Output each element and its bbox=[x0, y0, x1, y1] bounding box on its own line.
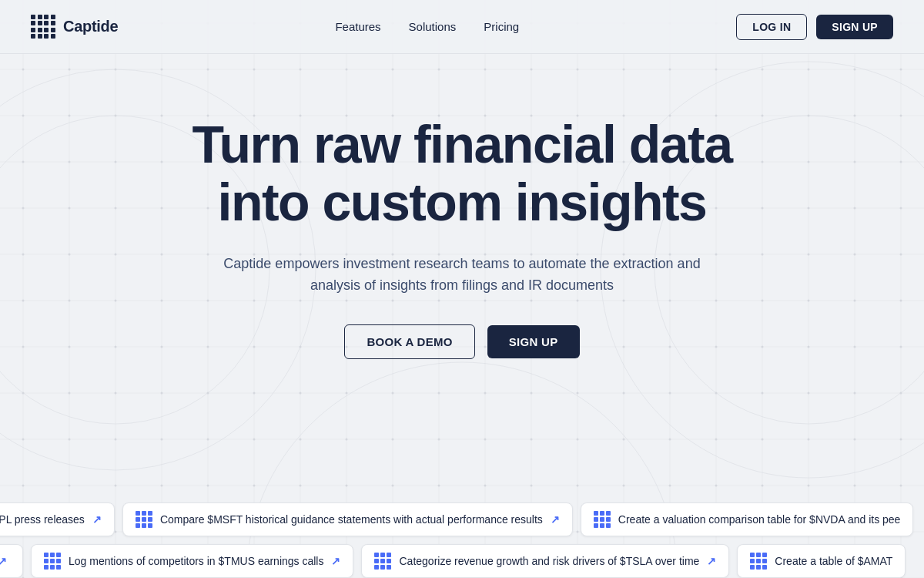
card-text: Compare $MSFT historical guidance statem… bbox=[160, 513, 543, 526]
logo-text: Captide bbox=[63, 18, 118, 35]
arrow-icon: ↗ bbox=[92, 513, 102, 526]
arrow-icon: ↗ bbox=[331, 555, 340, 567]
card-text: Categorize revenue growth and risk drive… bbox=[399, 555, 699, 567]
card-item[interactable]: Create a valuation comparison table for … bbox=[581, 502, 914, 536]
cards-strip: APL press releases ↗ Compare $MSFT histo… bbox=[0, 502, 924, 578]
card-item[interactable]: APL press releases ↗ bbox=[0, 502, 115, 536]
grid-icon bbox=[44, 553, 61, 570]
signup-nav-button[interactable]: SIGN UP bbox=[816, 15, 893, 39]
cards-row-1: APL press releases ↗ Compare $MSFT histo… bbox=[0, 502, 924, 536]
nav-actions: LOG IN SIGN UP bbox=[736, 14, 893, 40]
login-button[interactable]: LOG IN bbox=[736, 14, 807, 40]
card-item[interactable]: Categorize revenue growth and risk drive… bbox=[361, 544, 729, 578]
logo-link[interactable]: Captide bbox=[31, 15, 118, 39]
hero-title-line1: Turn raw financial data bbox=[192, 115, 732, 173]
cards-row-2: ↗ Log mentions of competitors in $TMUS e… bbox=[0, 544, 924, 578]
grid-icon bbox=[374, 553, 391, 570]
card-text: APL press releases bbox=[0, 513, 85, 526]
card-text: Create a table of $AMAT bbox=[775, 555, 892, 567]
card-text: Log mentions of competitors in $TMUS ear… bbox=[69, 555, 323, 567]
card-text: Create a valuation comparison table for … bbox=[618, 513, 901, 526]
card-item[interactable]: Create a table of $AMAT bbox=[737, 544, 906, 578]
hero-buttons: BOOK A DEMO SIGN UP bbox=[31, 324, 893, 359]
signup-hero-button[interactable]: SIGN UP bbox=[487, 325, 580, 358]
nav-links: Features Solutions Pricing bbox=[335, 20, 519, 34]
arrow-icon: ↗ bbox=[0, 555, 7, 567]
card-item[interactable]: ↗ bbox=[0, 544, 23, 578]
hero-section: Turn raw financial data into custom insi… bbox=[0, 54, 924, 398]
nav-features-link[interactable]: Features bbox=[335, 20, 380, 33]
hero-title-line2: into custom insights bbox=[218, 173, 707, 231]
book-demo-button[interactable]: BOOK A DEMO bbox=[344, 324, 474, 359]
grid-icon bbox=[750, 553, 767, 570]
nav-solutions-link[interactable]: Solutions bbox=[409, 20, 457, 33]
hero-title: Turn raw financial data into custom insi… bbox=[31, 116, 893, 231]
hero-subtitle: Captide empowers investment research tea… bbox=[223, 253, 701, 297]
grid-icon bbox=[594, 511, 611, 528]
arrow-icon: ↗ bbox=[551, 513, 560, 526]
navbar: Captide Features Solutions Pricing LOG I… bbox=[0, 0, 924, 54]
grid-icon bbox=[136, 511, 152, 528]
card-item[interactable]: Compare $MSFT historical guidance statem… bbox=[122, 502, 573, 536]
logo-icon bbox=[31, 15, 55, 39]
nav-pricing-link[interactable]: Pricing bbox=[484, 20, 519, 33]
arrow-icon: ↗ bbox=[707, 555, 716, 567]
card-item[interactable]: Log mentions of competitors in $TMUS ear… bbox=[31, 544, 353, 578]
